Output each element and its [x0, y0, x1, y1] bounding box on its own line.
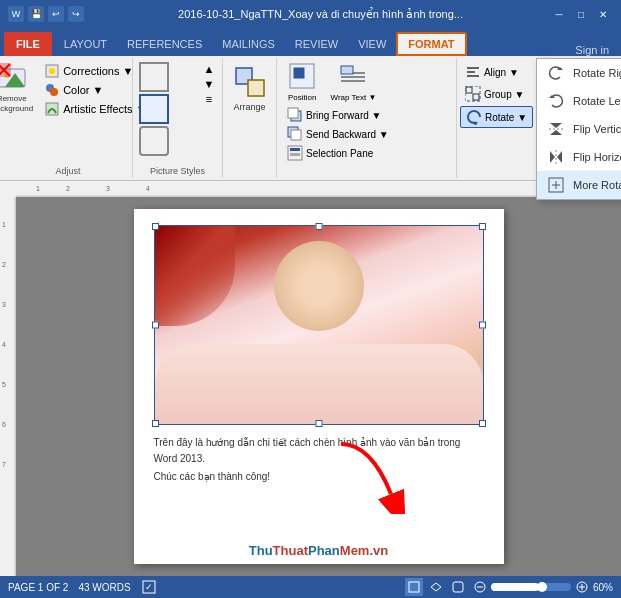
align-icon	[465, 64, 481, 80]
svg-marker-32	[473, 119, 479, 125]
position-button[interactable]: Position	[283, 60, 321, 104]
more-rotation-options-item[interactable]: More Rotation Options...	[537, 171, 621, 199]
minimize-button[interactable]: ─	[549, 4, 569, 24]
tab-references[interactable]: REFERENCES	[117, 32, 212, 56]
styles-collapse-button[interactable]: ▼	[202, 77, 216, 91]
svg-marker-36	[550, 130, 562, 135]
selected-image[interactable]	[154, 225, 484, 425]
group-label: Group ▼	[484, 89, 524, 100]
rotate-label: Rotate ▼	[485, 112, 527, 123]
flip-vertical-label: Flip Vertical	[573, 123, 621, 135]
remove-background-button[interactable]: Remove Background	[0, 60, 37, 115]
rotate-button[interactable]: Rotate ▼	[460, 106, 533, 128]
svg-text:2: 2	[66, 185, 70, 192]
rotate-left-90-item[interactable]: Rotate Left 90°	[537, 87, 621, 115]
title-bar-icons: W 💾 ↩ ↪	[8, 6, 84, 22]
page-label: PAGE 1 OF 2	[8, 582, 68, 593]
svg-rect-65	[453, 582, 463, 592]
selection-handle-bc[interactable]	[315, 420, 322, 427]
flip-vertical-item[interactable]: Flip Vertical	[537, 115, 621, 143]
flip-horizontal-icon	[547, 148, 565, 166]
redo-icon[interactable]: ↪	[68, 6, 84, 22]
tab-mailings[interactable]: MAILINGS	[212, 32, 285, 56]
svg-rect-12	[248, 80, 264, 96]
picture-style-2[interactable]	[139, 94, 169, 124]
tab-format[interactable]: FORMAT	[396, 32, 466, 56]
tab-layout[interactable]: LAYOUT	[54, 32, 117, 56]
wrap-text-label: Wrap Text ▼	[330, 93, 376, 102]
flip-horizontal-item[interactable]: Flip Horizontal	[537, 143, 621, 171]
selection-handle-bl[interactable]	[152, 420, 159, 427]
ribbon-tab-bar: FILE LAYOUT REFERENCES MAILINGS REVIEW V…	[0, 28, 621, 56]
selection-handle-mr[interactable]	[479, 322, 486, 329]
print-layout-button[interactable]	[405, 578, 423, 596]
ribbon-group-arrange-options: Position Wrap Text ▼ Bring Forward ▼	[277, 58, 457, 178]
zoom-in-button[interactable]	[575, 580, 589, 594]
wrap-text-button[interactable]: Wrap Text ▼	[325, 60, 381, 104]
svg-text:1: 1	[36, 185, 40, 192]
rotate-icon	[466, 109, 482, 125]
rotate-right-label: Rotate Right 90°	[573, 67, 621, 79]
selection-handle-tl[interactable]	[152, 223, 159, 230]
selection-handle-ml[interactable]	[152, 322, 159, 329]
svg-rect-22	[291, 130, 301, 140]
svg-rect-14	[294, 68, 304, 78]
picture-style-1[interactable]	[139, 62, 169, 92]
rotate-left-label: Rotate Left 90°	[573, 95, 621, 107]
undo-icon[interactable]: ↩	[48, 6, 64, 22]
title-controls[interactable]: ─ □ ✕	[549, 4, 613, 24]
tab-file[interactable]: FILE	[4, 32, 52, 56]
group-button[interactable]: Group ▼	[460, 84, 529, 104]
arrange-icon	[230, 62, 270, 102]
zoom-out-button[interactable]	[473, 580, 487, 594]
svg-rect-17	[341, 80, 365, 82]
selection-pane-button[interactable]: Selection Pane	[283, 144, 377, 162]
bring-forward-icon	[287, 107, 303, 123]
more-rotation-icon	[547, 176, 565, 194]
styles-more-button[interactable]: ≡	[202, 92, 216, 106]
page-text-1: Trên đây là hướng dẫn chi tiết cách chèn…	[154, 435, 484, 467]
align-button[interactable]: Align ▼	[460, 62, 524, 82]
tab-review[interactable]: REVIEW	[285, 32, 348, 56]
artistic-effects-icon	[44, 101, 60, 117]
web-layout-button[interactable]	[449, 578, 467, 596]
send-backward-button[interactable]: Send Backward ▼	[283, 125, 393, 143]
svg-rect-16	[341, 76, 365, 78]
read-mode-button[interactable]	[427, 578, 445, 596]
arrange-button[interactable]: Arrange	[224, 60, 276, 115]
remove-background-icon	[0, 62, 28, 94]
zoom-thumb	[537, 582, 547, 592]
picture-style-3[interactable]	[139, 126, 169, 156]
svg-text:4: 4	[2, 341, 6, 348]
sign-in-link[interactable]: Sign in	[575, 44, 617, 56]
selection-handle-tc[interactable]	[315, 223, 322, 230]
rotate-right-90-item[interactable]: Rotate Right 90°	[537, 59, 621, 87]
bring-forward-button[interactable]: Bring Forward ▼	[283, 106, 385, 124]
align-label: Align ▼	[484, 67, 519, 78]
svg-marker-35	[550, 123, 562, 128]
window-title: 2016-10-31_NgaTTN_Xoay và di chuyển hình…	[92, 8, 549, 21]
styles-expand-button[interactable]: ▲	[202, 62, 216, 76]
maximize-button[interactable]: □	[571, 4, 591, 24]
selection-handle-br[interactable]	[479, 420, 486, 427]
svg-text:✓: ✓	[145, 582, 153, 592]
view-buttons	[405, 578, 467, 596]
selection-handle-tr[interactable]	[479, 223, 486, 230]
arrange-label: Arrange	[233, 102, 265, 113]
rotate-dropdown-menu: Rotate Right 90° Rotate Left 90° Flip Ve…	[536, 58, 621, 200]
tab-view[interactable]: VIEW	[348, 32, 396, 56]
group-icon	[465, 86, 481, 102]
document-scroll-area[interactable]: Trên đây là hướng dẫn chi tiết cách chèn…	[16, 197, 621, 576]
watermark-thu: Thu	[249, 543, 273, 558]
vertical-ruler: 1 2 3 4 5 6 7	[0, 197, 16, 576]
status-right: 60%	[405, 578, 613, 596]
svg-text:7: 7	[2, 461, 6, 468]
proofing-icon: ✓	[141, 579, 157, 595]
watermark-mem: Mem	[340, 543, 370, 558]
selection-pane-label: Selection Pane	[306, 148, 373, 159]
svg-text:3: 3	[106, 185, 110, 192]
save-icon[interactable]: 💾	[28, 6, 44, 22]
send-backward-icon	[287, 126, 303, 142]
close-button[interactable]: ✕	[593, 4, 613, 24]
zoom-slider[interactable]	[491, 583, 571, 591]
